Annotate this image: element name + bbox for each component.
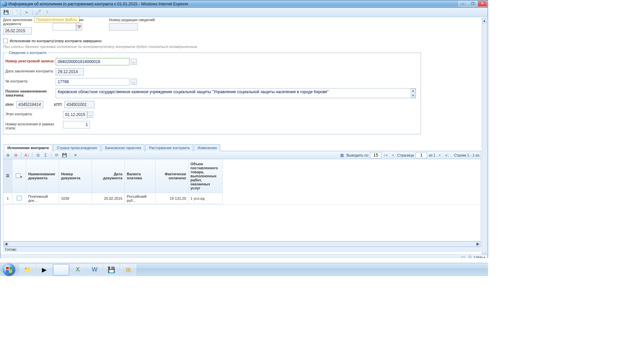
cell-doc-name: Платежный док... bbox=[26, 193, 59, 204]
cell-volume: 1 усл.ед bbox=[188, 193, 222, 204]
help-button[interactable]: ? bbox=[43, 9, 51, 16]
inn-input[interactable] bbox=[16, 101, 43, 108]
tab-bank-guarantee[interactable]: Банковская гарантия bbox=[101, 144, 145, 151]
ie-logo-icon bbox=[2, 1, 7, 7]
grid-header-date[interactable]: Дата документа bbox=[92, 159, 124, 193]
cell-doc-num: 1039 bbox=[59, 193, 92, 204]
vscroll-up-icon[interactable]: ▲ bbox=[482, 18, 487, 23]
rows-summary-label: Строки 1 - 1 из bbox=[454, 153, 480, 157]
fill-date-input[interactable] bbox=[3, 27, 32, 35]
content-horizontal-scrollbar[interactable]: ◀ ▶ bbox=[3, 241, 481, 247]
attachments-button[interactable]: 🧷 Прикрепленные файлы bbox=[35, 9, 42, 16]
grid-excel-button[interactable]: ✕ bbox=[72, 152, 79, 159]
taskbar-ie-icon[interactable] bbox=[53, 264, 69, 276]
contract-info-fieldset: Сведения о контракте Номер реестровой за… bbox=[3, 51, 421, 134]
grid-header-currency[interactable]: Валюта платежа bbox=[124, 159, 155, 193]
window-titlebar: Информация об исполнении (о расторжении)… bbox=[0, 0, 488, 8]
exec-no-input[interactable] bbox=[63, 121, 90, 128]
page-input[interactable] bbox=[416, 152, 427, 158]
grid-pager: Выводить по |◂ ◂ Страница из 1 ▸ ▸| Стро… bbox=[346, 152, 479, 158]
execution-complete-hint: При снятии данного признака исполнение п… bbox=[3, 45, 481, 49]
close-button[interactable]: ✕ bbox=[478, 1, 487, 7]
grid-header-name[interactable]: Наименование документа bbox=[26, 159, 59, 193]
kpp-input[interactable] bbox=[64, 101, 95, 108]
contract-no-input[interactable] bbox=[56, 78, 129, 85]
stage-input[interactable] bbox=[63, 111, 87, 118]
taskbar-save-icon[interactable]: 💾 bbox=[103, 264, 119, 276]
reg-no-lookup-button[interactable]: … bbox=[131, 59, 137, 65]
cell-paid: 19 132,20 bbox=[155, 193, 188, 204]
row-checkbox[interactable] bbox=[17, 196, 21, 200]
conclusion-date-label: Дата заключения контракта: bbox=[5, 68, 56, 73]
page-label: Страница bbox=[397, 153, 414, 157]
tab-termination[interactable]: Расторжение контракта bbox=[145, 144, 193, 151]
grid-settings-button[interactable]: ▦ bbox=[339, 152, 345, 159]
taskbar-explorer-icon[interactable]: 📁 bbox=[19, 264, 36, 276]
customer-scroll-up-icon[interactable]: ▲ bbox=[411, 88, 416, 93]
inn-label: ИНН: bbox=[5, 103, 14, 107]
grid-header-rownum[interactable]: ☰ bbox=[3, 159, 12, 193]
contract-info-legend: Сведения о контракте bbox=[7, 51, 48, 55]
taskbar-word-icon[interactable]: W bbox=[87, 264, 103, 276]
reg-no-label: Номер реестровой записи: bbox=[5, 58, 56, 63]
customer-label: Полное наименование заказчика: bbox=[5, 88, 56, 97]
reg-date-calendar-icon[interactable]: 📅 bbox=[76, 23, 82, 31]
taskbar-mediaplayer-icon[interactable]: ▶ bbox=[36, 264, 52, 276]
taskbar-excel-icon[interactable]: X bbox=[70, 264, 86, 276]
revision-label: Номер редакции сведений: bbox=[109, 18, 156, 22]
send-button[interactable]: ➣ bbox=[23, 9, 30, 16]
grid-copy-button[interactable]: ⧉ bbox=[35, 152, 41, 159]
grid-header-volume[interactable]: Объем поставленного товара, выполненных … bbox=[188, 159, 222, 193]
pager-first-button[interactable]: |◂ bbox=[383, 153, 388, 158]
grid-refresh-button[interactable]: ⟳ bbox=[53, 152, 60, 159]
tabs-bar: Исполнение контракта Страна происхождени… bbox=[3, 144, 481, 151]
maximize-button[interactable]: ❐ bbox=[468, 1, 477, 7]
tab-execution[interactable]: Исполнение контракта bbox=[4, 144, 52, 151]
customer-textarea[interactable]: Кировское областное государственное казе… bbox=[56, 88, 416, 98]
show-by-input[interactable] bbox=[370, 152, 381, 158]
attachments-tooltip: Прикрепленные файлы bbox=[34, 16, 79, 22]
grid-empty-area bbox=[3, 204, 481, 241]
windows-orb-icon bbox=[3, 264, 15, 276]
save-button[interactable]: 💾 bbox=[2, 9, 10, 16]
reg-date-input[interactable] bbox=[53, 23, 76, 31]
cell-currency: Российский руб... bbox=[124, 193, 155, 204]
vertical-scrollbar[interactable]: ▲ ▼ bbox=[482, 18, 487, 258]
grid-header-num[interactable]: Номер документа bbox=[59, 159, 92, 193]
reg-no-input[interactable] bbox=[56, 58, 129, 65]
status-ready: Готово bbox=[5, 247, 16, 251]
taskbar-app-icon[interactable]: ⊞ bbox=[120, 264, 136, 276]
grid-header-paid[interactable]: Фактически оплачено bbox=[155, 159, 188, 193]
contract-no-lookup-button[interactable]: … bbox=[131, 79, 137, 85]
stage-lookup-button[interactable]: … bbox=[87, 112, 93, 118]
hscroll-right-icon[interactable]: ▶ bbox=[475, 242, 481, 246]
execution-complete-checkbox[interactable] bbox=[3, 39, 8, 43]
start-button[interactable] bbox=[0, 263, 18, 277]
cell-doc-date: 25.02.2015 bbox=[92, 193, 124, 204]
stage-label: Этап контракта: bbox=[5, 111, 56, 116]
grid-add-button[interactable]: ⊕ bbox=[5, 152, 11, 159]
execution-complete-label: Исполнение по контракту/этапу контракта … bbox=[10, 39, 102, 43]
pager-next-button[interactable]: ▸ bbox=[437, 153, 443, 158]
minimize-button[interactable]: — bbox=[458, 1, 468, 7]
grid-sum-button[interactable]: Σ bbox=[42, 152, 49, 159]
tab-changes[interactable]: Изменения bbox=[194, 144, 220, 151]
grid-header-checkbox[interactable]: ▾ bbox=[12, 159, 26, 193]
tab-origin-country[interactable]: Страна происхождения bbox=[53, 144, 101, 151]
revision-input[interactable] bbox=[109, 23, 138, 31]
show-by-label: Выводить по bbox=[346, 153, 368, 157]
window-title: Информация об исполнении (о расторжении)… bbox=[8, 2, 188, 6]
hscroll-left-icon[interactable]: ◀ bbox=[3, 242, 9, 246]
grid-delete-button[interactable]: ⊖ bbox=[12, 152, 19, 159]
exec-no-label: Номер исполнения в рамках этапа: bbox=[5, 121, 56, 130]
grid-sort-button[interactable]: A↓ bbox=[23, 152, 30, 159]
grid-save-button[interactable]: 💾 bbox=[61, 152, 68, 159]
conclusion-date-input[interactable] bbox=[56, 68, 84, 75]
table-row[interactable]: 1 Платежный док... 1039 25.02.2015 Росси… bbox=[3, 193, 223, 204]
main-content: Дата заполнения документа: Дата регистра… bbox=[3, 18, 481, 264]
pager-last-button[interactable]: ▸| bbox=[444, 153, 450, 158]
pager-prev-button[interactable]: ◂ bbox=[390, 153, 395, 158]
page-of-label: из 1 bbox=[429, 153, 435, 157]
new-doc-button[interactable]: 📄 bbox=[11, 9, 18, 16]
customer-scroll-down-icon[interactable]: ▼ bbox=[411, 94, 416, 98]
